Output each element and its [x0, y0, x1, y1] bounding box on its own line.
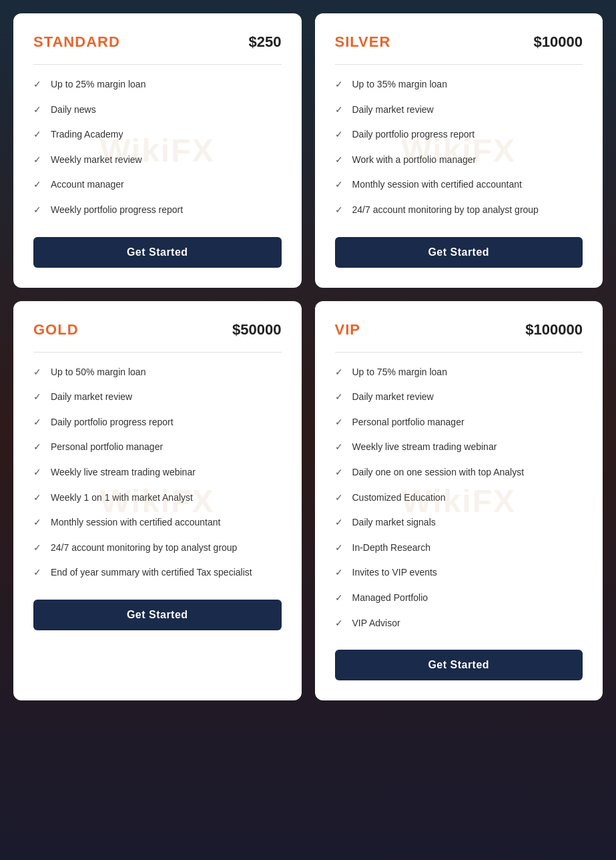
list-item: ✓ 24/7 account monitoring by top analyst…: [335, 204, 583, 217]
feature-text: Daily market signals: [352, 516, 436, 529]
list-item: ✓ Daily market review: [335, 103, 583, 117]
feature-text: Daily news: [51, 103, 96, 117]
gold-card: WikiFX GOLD $50000 ✓ Up to 50% margin lo…: [13, 301, 302, 701]
list-item: ✓ Up to 75% margin loan: [335, 366, 583, 379]
feature-text: Up to 35% margin loan: [352, 78, 447, 91]
check-icon: ✓: [33, 204, 41, 215]
vip-card: WikiFX VIP $100000 ✓ Up to 75% margin lo…: [315, 301, 603, 701]
feature-text: Up to 25% margin loan: [51, 78, 145, 91]
list-item: ✓ Trading Academy: [33, 128, 282, 142]
feature-text: Weekly live stream trading webinar: [352, 441, 497, 454]
silver-features: ✓ Up to 35% margin loan ✓ Daily market r…: [335, 78, 583, 217]
check-icon: ✓: [33, 542, 41, 553]
silver-divider: [335, 64, 583, 65]
check-icon: ✓: [335, 567, 343, 578]
check-icon: ✓: [335, 179, 343, 190]
list-item: ✓ End of year summary with certified Tax…: [33, 566, 282, 580]
vip-card-header: VIP $100000: [335, 321, 583, 339]
silver-title: SILVER: [335, 33, 391, 51]
check-icon: ✓: [33, 79, 41, 89]
list-item: ✓ Monthly session with certified account…: [335, 178, 583, 192]
silver-get-started-button[interactable]: Get Started: [335, 237, 583, 268]
top-row: WikiFX STANDARD $250 ✓ Up to 25% margin …: [13, 13, 603, 288]
check-icon: ✓: [33, 154, 41, 165]
list-item: ✓ Invites to VIP events: [335, 566, 583, 580]
check-icon: ✓: [335, 154, 343, 165]
feature-text: Weekly 1 on 1 with market Analyst: [51, 491, 193, 505]
feature-text: VIP Advisor: [352, 617, 400, 630]
list-item: ✓ Account manager: [33, 178, 282, 192]
check-icon: ✓: [335, 129, 343, 140]
check-icon: ✓: [335, 204, 343, 215]
vip-get-started-button[interactable]: Get Started: [335, 650, 583, 680]
gold-get-started-button[interactable]: Get Started: [33, 600, 282, 630]
feature-text: In-Depth Research: [352, 542, 431, 555]
feature-text: Weekly market review: [51, 154, 142, 167]
silver-price: $10000: [534, 33, 583, 51]
feature-text: End of year summary with certified Tax s…: [51, 566, 252, 580]
gold-features: ✓ Up to 50% margin loan ✓ Daily market r…: [33, 366, 282, 580]
vip-price: $100000: [525, 321, 583, 339]
check-icon: ✓: [335, 417, 343, 427]
standard-title: STANDARD: [33, 33, 120, 51]
feature-text: Monthly session with certified accountan…: [352, 178, 522, 192]
list-item: ✓ Weekly live stream trading webinar: [33, 466, 282, 479]
check-icon: ✓: [33, 417, 41, 427]
list-item: ✓ Customized Education: [335, 491, 583, 505]
gold-price: $50000: [232, 321, 281, 339]
list-item: ✓ Weekly market review: [33, 154, 282, 167]
feature-text: Work with a portfolio manager: [352, 154, 477, 167]
vip-features: ✓ Up to 75% margin loan ✓ Daily market r…: [335, 366, 583, 630]
check-icon: ✓: [335, 542, 343, 553]
feature-text: Account manager: [51, 178, 124, 192]
feature-text: Daily market review: [352, 103, 434, 117]
check-icon: ✓: [33, 492, 41, 503]
check-icon: ✓: [335, 517, 343, 527]
check-icon: ✓: [33, 467, 41, 477]
check-icon: ✓: [335, 79, 343, 89]
list-item: ✓ Personal portfolio manager: [335, 416, 583, 429]
feature-text: Invites to VIP events: [352, 566, 437, 580]
silver-card: WikiFX SILVER $10000 ✓ Up to 35% margin …: [315, 13, 603, 288]
list-item: ✓ In-Depth Research: [335, 542, 583, 555]
list-item: ✓ Daily market signals: [335, 516, 583, 529]
list-item: ✓ Managed Portfolio: [335, 592, 583, 605]
check-icon: ✓: [33, 567, 41, 578]
standard-card-header: STANDARD $250: [33, 33, 282, 51]
list-item: ✓ Daily portfolio progress report: [335, 128, 583, 142]
check-icon: ✓: [33, 391, 41, 402]
check-icon: ✓: [335, 618, 343, 628]
check-icon: ✓: [335, 592, 343, 603]
gold-card-header: GOLD $50000: [33, 321, 282, 339]
list-item: ✓ Daily market review: [335, 391, 583, 404]
feature-text: Personal portfolio manager: [352, 416, 465, 429]
list-item: ✓ VIP Advisor: [335, 617, 583, 630]
vip-divider: [335, 352, 583, 353]
feature-text: Weekly portfolio progress report: [51, 204, 183, 217]
check-icon: ✓: [335, 441, 343, 452]
gold-title: GOLD: [33, 321, 79, 339]
feature-text: Daily portfolio progress report: [51, 416, 174, 429]
standard-get-started-button[interactable]: Get Started: [33, 237, 282, 268]
list-item: ✓ Up to 35% margin loan: [335, 78, 583, 91]
check-icon: ✓: [335, 492, 343, 503]
check-icon: ✓: [335, 391, 343, 402]
list-item: ✓ Up to 25% margin loan: [33, 78, 282, 91]
feature-text: Weekly live stream trading webinar: [51, 466, 196, 479]
feature-text: 24/7 account monitoring by top analyst g…: [352, 204, 539, 217]
feature-text: Daily portfolio progress report: [352, 128, 475, 142]
bottom-row: WikiFX GOLD $50000 ✓ Up to 50% margin lo…: [13, 301, 603, 701]
list-item: ✓ Daily portfolio progress report: [33, 416, 282, 429]
check-icon: ✓: [33, 129, 41, 140]
check-icon: ✓: [33, 441, 41, 452]
feature-text: Managed Portfolio: [352, 592, 428, 605]
check-icon: ✓: [335, 367, 343, 377]
feature-text: Up to 50% margin loan: [51, 366, 145, 379]
gold-divider: [33, 352, 282, 353]
list-item: ✓ Personal portfolio manager: [33, 441, 282, 454]
feature-text: Daily market review: [352, 391, 434, 404]
check-icon: ✓: [33, 104, 41, 115]
standard-features: ✓ Up to 25% margin loan ✓ Daily news ✓ T…: [33, 78, 282, 217]
feature-text: 24/7 account monitoring by top analyst g…: [51, 542, 237, 555]
list-item: ✓ Daily news: [33, 103, 282, 117]
